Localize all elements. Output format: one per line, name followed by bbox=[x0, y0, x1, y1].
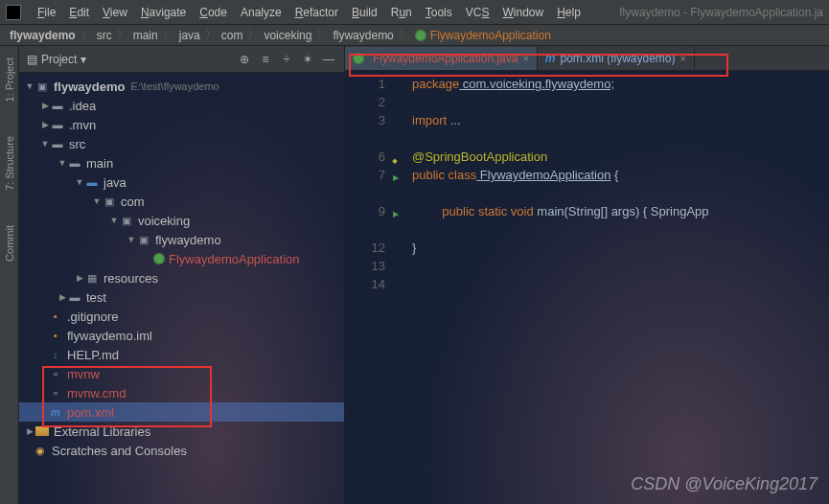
watermark: CSDN @VoiceKing2017 bbox=[631, 474, 817, 494]
tree-item-mvnw-cmd[interactable]: ▫mvnw.cmd bbox=[19, 383, 344, 402]
bean-icon[interactable]: ⬥ bbox=[391, 150, 399, 169]
tree-item-app-class[interactable]: FlywaydemoApplication bbox=[19, 249, 344, 268]
menu-run[interactable]: Run bbox=[384, 6, 419, 19]
breadcrumb-item[interactable]: com bbox=[221, 29, 243, 42]
tree-item-voiceking[interactable]: ▼▣voiceking bbox=[19, 211, 344, 230]
tree-item-mvn[interactable]: ▶▬.mvn bbox=[19, 115, 344, 134]
tree-item-help[interactable]: ↓HELP.md bbox=[19, 345, 344, 364]
window-title: flywaydemo - FlywaydemoApplication.ja bbox=[619, 6, 823, 19]
breadcrumb-item[interactable]: src bbox=[97, 29, 112, 42]
tree-item-ext-libs[interactable]: ▶External Libraries bbox=[19, 422, 344, 441]
run-icon[interactable]: ▶ bbox=[393, 169, 399, 187]
menu-build[interactable]: Build bbox=[345, 6, 384, 19]
panel-title: ▤ Project ▾ bbox=[27, 53, 86, 66]
code-editor[interactable]: package com.voiceking.flywaydemo; import… bbox=[393, 71, 829, 504]
tree-root[interactable]: ▼▣flywaydemoE:\test\flywaydemo bbox=[19, 77, 344, 96]
tool-project[interactable]: 1: Project bbox=[2, 50, 17, 109]
tab-pom[interactable]: m pom.xml (flywaydemo) × bbox=[538, 47, 695, 70]
breadcrumb: flywaydemo 〉src 〉main 〉java 〉com 〉voicek… bbox=[0, 25, 829, 46]
tree-item-mvnw[interactable]: ▫mvnw bbox=[19, 364, 344, 383]
breadcrumb-root[interactable]: flywaydemo bbox=[10, 29, 76, 42]
menu-window[interactable]: Window bbox=[495, 6, 550, 19]
spring-icon bbox=[153, 253, 165, 264]
spring-icon bbox=[415, 30, 426, 41]
breadcrumb-current[interactable]: FlywaydemoApplication bbox=[430, 29, 551, 42]
menu-view[interactable]: View bbox=[96, 6, 134, 19]
menu-code[interactable]: Code bbox=[193, 6, 234, 19]
expand-icon[interactable]: ≡ bbox=[258, 52, 273, 67]
menu-file[interactable]: File bbox=[31, 6, 62, 19]
app-logo-icon bbox=[6, 5, 21, 20]
collapse-icon[interactable]: ÷ bbox=[279, 52, 294, 67]
maven-icon: m bbox=[545, 52, 556, 65]
run-icon[interactable]: ▶ bbox=[393, 205, 399, 223]
breadcrumb-item[interactable]: main bbox=[133, 29, 158, 42]
menu-help[interactable]: Help bbox=[550, 6, 587, 19]
settings-icon[interactable]: ✶ bbox=[300, 52, 315, 67]
menu-tools[interactable]: Tools bbox=[419, 6, 459, 19]
breadcrumb-item[interactable]: java bbox=[179, 29, 200, 42]
breadcrumb-item[interactable]: voiceking bbox=[264, 29, 311, 42]
tree-item-idea[interactable]: ▶▬.idea bbox=[19, 96, 344, 115]
close-icon[interactable]: × bbox=[680, 53, 686, 64]
tree-item-main[interactable]: ▼▬main bbox=[19, 153, 344, 172]
tool-commit[interactable]: Commit bbox=[2, 218, 17, 269]
tool-structure[interactable]: 7: Structure bbox=[2, 128, 17, 198]
line-gutter: 1 2 3 6⬥ 7▶ 9▶ 12 13 14 bbox=[345, 71, 393, 504]
menu-navigate[interactable]: Navigate bbox=[134, 6, 193, 19]
breadcrumb-item[interactable]: flywaydemo bbox=[333, 29, 393, 42]
tree-item-pom[interactable]: mpom.xml bbox=[19, 402, 344, 422]
tree-item-test[interactable]: ▶▬test bbox=[19, 287, 344, 307]
tree-item-scratches[interactable]: ◉Scratches and Consoles bbox=[19, 441, 344, 460]
tree-item-gitignore[interactable]: ▪.gitignore bbox=[19, 307, 344, 326]
tree-item-com[interactable]: ▼▣com bbox=[19, 192, 344, 211]
tab-flywaydemo-app[interactable]: FlywaydemoApplication.java × bbox=[345, 47, 538, 70]
hide-icon[interactable]: — bbox=[321, 52, 336, 67]
project-tree[interactable]: ▼▣flywaydemoE:\test\flywaydemo ▶▬.idea ▶… bbox=[19, 73, 344, 504]
tree-item-resources[interactable]: ▶▦resources bbox=[19, 268, 344, 287]
menu-vcs[interactable]: VCS bbox=[459, 6, 496, 19]
tree-item-iml[interactable]: ▪flywaydemo.iml bbox=[19, 326, 344, 345]
tree-item-flywaydemo-pkg[interactable]: ▼▣flywaydemo bbox=[19, 230, 344, 249]
tree-item-src[interactable]: ▼▬src bbox=[19, 134, 344, 153]
menu-edit[interactable]: Edit bbox=[62, 6, 96, 19]
close-icon[interactable]: × bbox=[522, 53, 528, 64]
spring-icon bbox=[353, 53, 364, 64]
menu-refactor[interactable]: Refactor bbox=[288, 6, 345, 19]
menu-analyze[interactable]: Analyze bbox=[234, 6, 288, 19]
target-icon[interactable]: ⊕ bbox=[237, 52, 252, 67]
editor-tabs: FlywaydemoApplication.java × m pom.xml (… bbox=[345, 46, 829, 71]
tree-item-java[interactable]: ▼▬java bbox=[19, 172, 344, 192]
